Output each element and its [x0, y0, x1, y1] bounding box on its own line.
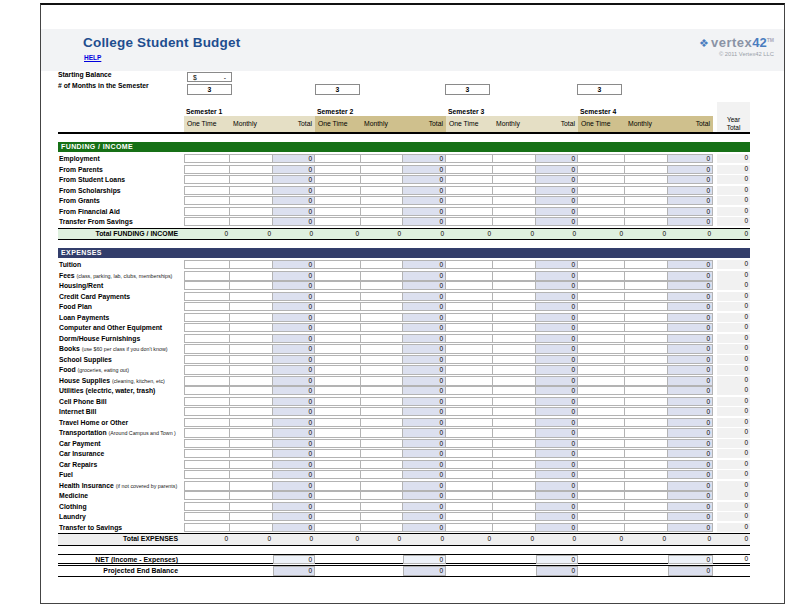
one-time-cell[interactable]	[184, 281, 230, 290]
monthly-cell[interactable]	[230, 365, 273, 375]
monthly-cell[interactable]	[361, 175, 403, 184]
one-time-cell[interactable]	[315, 449, 361, 458]
monthly-cell[interactable]	[625, 523, 668, 532]
monthly-cell[interactable]	[493, 386, 536, 395]
months-input-1[interactable]: 3	[187, 84, 232, 95]
monthly-cell[interactable]	[361, 292, 403, 301]
one-time-cell[interactable]	[315, 154, 361, 163]
one-time-cell[interactable]	[184, 407, 230, 416]
monthly-cell[interactable]	[493, 217, 536, 226]
one-time-cell[interactable]	[184, 502, 230, 511]
monthly-cell[interactable]	[230, 470, 273, 479]
monthly-cell[interactable]	[493, 481, 536, 491]
monthly-cell[interactable]	[230, 481, 273, 491]
monthly-cell[interactable]	[625, 186, 668, 195]
one-time-cell[interactable]	[315, 186, 361, 195]
help-link[interactable]: HELP	[84, 54, 101, 61]
monthly-cell[interactable]	[361, 439, 403, 448]
monthly-cell[interactable]	[625, 175, 668, 184]
one-time-cell[interactable]	[578, 365, 625, 375]
monthly-cell[interactable]	[361, 334, 403, 343]
one-time-cell[interactable]	[446, 313, 493, 322]
one-time-cell[interactable]	[184, 355, 230, 364]
one-time-cell[interactable]	[446, 460, 493, 469]
one-time-cell[interactable]	[578, 523, 625, 532]
one-time-cell[interactable]	[315, 386, 361, 395]
one-time-cell[interactable]	[446, 523, 493, 532]
monthly-cell[interactable]	[493, 334, 536, 343]
one-time-cell[interactable]	[578, 470, 625, 479]
one-time-cell[interactable]	[315, 344, 361, 354]
one-time-cell[interactable]	[578, 186, 625, 195]
monthly-cell[interactable]	[493, 460, 536, 469]
one-time-cell[interactable]	[184, 523, 230, 532]
monthly-cell[interactable]	[361, 460, 403, 469]
one-time-cell[interactable]	[446, 302, 493, 311]
monthly-cell[interactable]	[230, 523, 273, 532]
one-time-cell[interactable]	[315, 428, 361, 438]
monthly-cell[interactable]	[230, 502, 273, 511]
monthly-cell[interactable]	[230, 313, 273, 322]
monthly-cell[interactable]	[493, 165, 536, 174]
monthly-cell[interactable]	[493, 292, 536, 301]
one-time-cell[interactable]	[184, 376, 230, 386]
monthly-cell[interactable]	[361, 154, 403, 163]
one-time-cell[interactable]	[184, 344, 230, 354]
one-time-cell[interactable]	[315, 502, 361, 511]
monthly-cell[interactable]	[230, 281, 273, 290]
one-time-cell[interactable]	[315, 292, 361, 301]
one-time-cell[interactable]	[184, 302, 230, 311]
monthly-cell[interactable]	[493, 271, 536, 281]
monthly-cell[interactable]	[361, 407, 403, 416]
one-time-cell[interactable]	[315, 460, 361, 469]
one-time-cell[interactable]	[578, 502, 625, 511]
one-time-cell[interactable]	[184, 323, 230, 332]
one-time-cell[interactable]	[578, 154, 625, 163]
one-time-cell[interactable]	[446, 397, 493, 406]
monthly-cell[interactable]	[230, 302, 273, 311]
one-time-cell[interactable]	[315, 491, 361, 500]
monthly-cell[interactable]	[625, 207, 668, 216]
monthly-cell[interactable]	[361, 502, 403, 511]
one-time-cell[interactable]	[578, 407, 625, 416]
monthly-cell[interactable]	[625, 418, 668, 427]
monthly-cell[interactable]	[361, 217, 403, 226]
monthly-cell[interactable]	[230, 334, 273, 343]
one-time-cell[interactable]	[184, 165, 230, 174]
one-time-cell[interactable]	[184, 386, 230, 395]
one-time-cell[interactable]	[315, 207, 361, 216]
monthly-cell[interactable]	[625, 196, 668, 205]
one-time-cell[interactable]	[446, 376, 493, 386]
one-time-cell[interactable]	[578, 217, 625, 226]
one-time-cell[interactable]	[315, 175, 361, 184]
monthly-cell[interactable]	[493, 407, 536, 416]
one-time-cell[interactable]	[446, 344, 493, 354]
one-time-cell[interactable]	[578, 334, 625, 343]
months-input-4[interactable]: 3	[577, 84, 622, 95]
monthly-cell[interactable]	[230, 386, 273, 395]
monthly-cell[interactable]	[625, 407, 668, 416]
monthly-cell[interactable]	[493, 470, 536, 479]
monthly-cell[interactable]	[625, 281, 668, 290]
monthly-cell[interactable]	[361, 323, 403, 332]
one-time-cell[interactable]	[446, 165, 493, 174]
monthly-cell[interactable]	[230, 512, 273, 521]
monthly-cell[interactable]	[230, 154, 273, 163]
monthly-cell[interactable]	[625, 154, 668, 163]
monthly-cell[interactable]	[493, 428, 536, 438]
one-time-cell[interactable]	[315, 260, 361, 269]
one-time-cell[interactable]	[446, 154, 493, 163]
monthly-cell[interactable]	[493, 313, 536, 322]
monthly-cell[interactable]	[625, 334, 668, 343]
monthly-cell[interactable]	[361, 365, 403, 375]
monthly-cell[interactable]	[625, 344, 668, 354]
one-time-cell[interactable]	[446, 512, 493, 521]
one-time-cell[interactable]	[578, 344, 625, 354]
monthly-cell[interactable]	[625, 165, 668, 174]
one-time-cell[interactable]	[446, 217, 493, 226]
one-time-cell[interactable]	[446, 334, 493, 343]
monthly-cell[interactable]	[493, 397, 536, 406]
one-time-cell[interactable]	[315, 334, 361, 343]
one-time-cell[interactable]	[315, 397, 361, 406]
one-time-cell[interactable]	[184, 428, 230, 438]
